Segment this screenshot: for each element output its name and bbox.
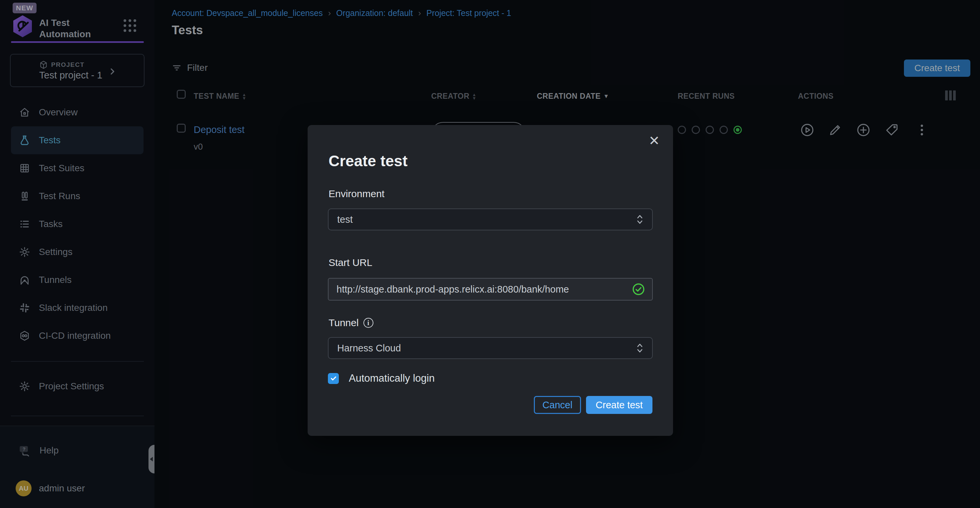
chevron-up-down-icon [636, 214, 643, 225]
environment-value: test [337, 214, 353, 225]
info-icon[interactable]: i [363, 318, 373, 328]
create-test-modal: ✕ Create test Environment test Start URL… [308, 125, 673, 436]
start-url-field [328, 278, 653, 300]
chevron-up-down-icon [636, 342, 643, 354]
cancel-button[interactable]: Cancel [534, 396, 581, 414]
start-url-label: Start URL [329, 257, 372, 268]
modal-title: Create test [329, 152, 407, 170]
tunnel-label-row: Tunnel i [329, 317, 373, 329]
auto-login-label: Automatically login [349, 372, 434, 384]
valid-check-icon [632, 283, 645, 296]
environment-select[interactable]: test [328, 208, 653, 230]
environment-label: Environment [329, 188, 384, 200]
close-icon[interactable]: ✕ [646, 134, 662, 148]
start-url-input[interactable] [336, 284, 627, 295]
modal-footer: Cancel Create test [534, 396, 652, 414]
tunnel-value: Harness Cloud [337, 343, 401, 354]
auto-login-checkbox[interactable] [328, 373, 339, 384]
auto-login-row[interactable]: Automatically login [328, 372, 434, 384]
tunnel-label: Tunnel [329, 317, 359, 329]
tunnel-select[interactable]: Harness Cloud [328, 337, 653, 359]
modal-create-test-button[interactable]: Create test [586, 396, 652, 414]
